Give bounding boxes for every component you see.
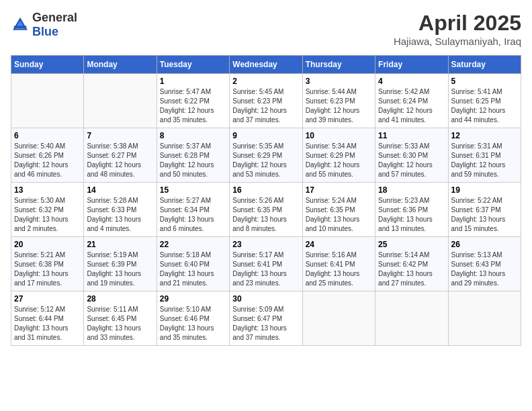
cell-date-number: 3 — [306, 77, 372, 86]
cell-info: Sunrise: 5:21 AMSunset: 6:38 PMDaylight:… — [14, 250, 81, 288]
calendar-cell: 13Sunrise: 5:30 AMSunset: 6:32 PMDayligh… — [11, 183, 84, 237]
cell-date-number: 1 — [160, 77, 226, 86]
weekday-header-wednesday: Wednesday — [230, 56, 302, 74]
calendar-cell — [302, 291, 375, 346]
calendar-week-row: 13Sunrise: 5:30 AMSunset: 6:32 PMDayligh… — [11, 183, 521, 237]
weekday-header-sunday: Sunday — [11, 56, 84, 74]
cell-info: Sunrise: 5:42 AMSunset: 6:24 PMDaylight:… — [378, 87, 445, 125]
cell-date-number: 7 — [87, 131, 153, 140]
calendar-cell: 4Sunrise: 5:42 AMSunset: 6:24 PMDaylight… — [375, 74, 448, 128]
cell-info: Sunrise: 5:22 AMSunset: 6:37 PMDaylight:… — [451, 196, 518, 234]
calendar-week-row: 6Sunrise: 5:40 AMSunset: 6:26 PMDaylight… — [11, 128, 521, 183]
calendar-cell: 8Sunrise: 5:37 AMSunset: 6:28 PMDaylight… — [157, 128, 229, 183]
calendar-cell: 9Sunrise: 5:35 AMSunset: 6:29 PMDaylight… — [230, 128, 302, 183]
calendar-cell: 23Sunrise: 5:17 AMSunset: 6:41 PMDayligh… — [230, 237, 302, 291]
weekday-header-monday: Monday — [84, 56, 157, 74]
calendar-cell — [375, 291, 448, 346]
calendar-cell: 6Sunrise: 5:40 AMSunset: 6:26 PMDaylight… — [11, 128, 84, 183]
cell-info: Sunrise: 5:26 AMSunset: 6:35 PMDaylight:… — [232, 196, 299, 234]
cell-date-number: 30 — [232, 294, 299, 304]
weekday-header-friday: Friday — [375, 56, 448, 74]
calendar-cell: 29Sunrise: 5:10 AMSunset: 6:46 PMDayligh… — [157, 291, 229, 346]
calendar-cell: 14Sunrise: 5:28 AMSunset: 6:33 PMDayligh… — [84, 183, 157, 237]
cell-date-number: 10 — [306, 131, 372, 140]
calendar-cell: 5Sunrise: 5:41 AMSunset: 6:25 PMDaylight… — [448, 74, 521, 128]
calendar-cell — [11, 74, 84, 128]
calendar-cell: 28Sunrise: 5:11 AMSunset: 6:45 PMDayligh… — [84, 291, 157, 346]
cell-info: Sunrise: 5:18 AMSunset: 6:40 PMDaylight:… — [160, 250, 226, 288]
cell-info: Sunrise: 5:19 AMSunset: 6:39 PMDaylight:… — [87, 250, 153, 288]
cell-date-number: 13 — [14, 185, 81, 195]
cell-info: Sunrise: 5:09 AMSunset: 6:47 PMDaylight:… — [232, 305, 299, 342]
cell-info: Sunrise: 5:17 AMSunset: 6:41 PMDaylight:… — [232, 250, 299, 288]
cell-date-number: 6 — [14, 131, 81, 140]
logo-blue: Blue — [32, 25, 58, 38]
month-title: April 2025 — [394, 11, 521, 36]
cell-date-number: 9 — [232, 131, 299, 140]
cell-info: Sunrise: 5:40 AMSunset: 6:26 PMDaylight:… — [14, 142, 81, 179]
calendar-week-row: 1Sunrise: 5:47 AMSunset: 6:22 PMDaylight… — [11, 74, 521, 128]
weekday-header-tuesday: Tuesday — [157, 56, 229, 74]
cell-date-number: 29 — [160, 294, 226, 304]
cell-info: Sunrise: 5:33 AMSunset: 6:30 PMDaylight:… — [378, 142, 445, 179]
cell-date-number: 28 — [87, 294, 153, 304]
cell-info: Sunrise: 5:30 AMSunset: 6:32 PMDaylight:… — [14, 196, 81, 234]
cell-info: Sunrise: 5:23 AMSunset: 6:36 PMDaylight:… — [378, 196, 445, 234]
calendar-cell: 22Sunrise: 5:18 AMSunset: 6:40 PMDayligh… — [157, 237, 229, 291]
calendar-cell — [448, 291, 521, 346]
page-header: General Blue April 2025 Hajiawa, Sulayma… — [11, 11, 521, 47]
logo-text: General Blue — [32, 11, 77, 39]
cell-info: Sunrise: 5:31 AMSunset: 6:31 PMDaylight:… — [451, 142, 518, 179]
calendar-cell: 1Sunrise: 5:47 AMSunset: 6:22 PMDaylight… — [157, 74, 229, 128]
cell-info: Sunrise: 5:38 AMSunset: 6:27 PMDaylight:… — [87, 142, 153, 179]
cell-date-number: 2 — [232, 77, 299, 86]
cell-date-number: 27 — [14, 294, 81, 304]
calendar-cell: 18Sunrise: 5:23 AMSunset: 6:36 PMDayligh… — [375, 183, 448, 237]
cell-info: Sunrise: 5:14 AMSunset: 6:42 PMDaylight:… — [378, 250, 445, 288]
cell-info: Sunrise: 5:34 AMSunset: 6:29 PMDaylight:… — [306, 142, 372, 179]
weekday-header-thursday: Thursday — [302, 56, 375, 74]
cell-info: Sunrise: 5:27 AMSunset: 6:34 PMDaylight:… — [160, 196, 226, 234]
calendar-cell: 3Sunrise: 5:44 AMSunset: 6:23 PMDaylight… — [302, 74, 375, 128]
calendar-cell: 12Sunrise: 5:31 AMSunset: 6:31 PMDayligh… — [448, 128, 521, 183]
calendar-cell: 15Sunrise: 5:27 AMSunset: 6:34 PMDayligh… — [157, 183, 229, 237]
cell-date-number: 12 — [451, 131, 518, 140]
cell-date-number: 15 — [160, 185, 226, 195]
calendar-cell: 11Sunrise: 5:33 AMSunset: 6:30 PMDayligh… — [375, 128, 448, 183]
cell-date-number: 22 — [160, 240, 226, 249]
cell-date-number: 24 — [306, 240, 372, 249]
logo: General Blue — [11, 11, 77, 39]
calendar-cell: 10Sunrise: 5:34 AMSunset: 6:29 PMDayligh… — [302, 128, 375, 183]
calendar-cell: 19Sunrise: 5:22 AMSunset: 6:37 PMDayligh… — [448, 183, 521, 237]
title-block: April 2025 Hajiawa, Sulaymaniyah, Iraq — [394, 11, 521, 47]
cell-info: Sunrise: 5:45 AMSunset: 6:23 PMDaylight:… — [232, 87, 299, 125]
cell-info: Sunrise: 5:37 AMSunset: 6:28 PMDaylight:… — [160, 142, 226, 179]
calendar-cell: 27Sunrise: 5:12 AMSunset: 6:44 PMDayligh… — [11, 291, 84, 346]
calendar-cell: 21Sunrise: 5:19 AMSunset: 6:39 PMDayligh… — [84, 237, 157, 291]
calendar-cell: 2Sunrise: 5:45 AMSunset: 6:23 PMDaylight… — [230, 74, 302, 128]
logo-icon — [11, 15, 30, 34]
cell-date-number: 17 — [306, 185, 372, 195]
calendar-cell: 16Sunrise: 5:26 AMSunset: 6:35 PMDayligh… — [230, 183, 302, 237]
cell-info: Sunrise: 5:44 AMSunset: 6:23 PMDaylight:… — [306, 87, 372, 125]
cell-date-number: 4 — [378, 77, 445, 86]
cell-info: Sunrise: 5:12 AMSunset: 6:44 PMDaylight:… — [14, 305, 81, 342]
calendar-cell: 20Sunrise: 5:21 AMSunset: 6:38 PMDayligh… — [11, 237, 84, 291]
cell-date-number: 16 — [232, 185, 299, 195]
calendar-table: SundayMondayTuesdayWednesdayThursdayFrid… — [11, 55, 521, 346]
cell-date-number: 25 — [378, 240, 445, 249]
calendar-cell: 30Sunrise: 5:09 AMSunset: 6:47 PMDayligh… — [230, 291, 302, 346]
svg-rect-2 — [14, 26, 27, 28]
calendar-cell — [84, 74, 157, 128]
cell-info: Sunrise: 5:24 AMSunset: 6:35 PMDaylight:… — [306, 196, 372, 234]
cell-info: Sunrise: 5:10 AMSunset: 6:46 PMDaylight:… — [160, 305, 226, 342]
cell-date-number: 21 — [87, 240, 153, 249]
calendar-cell: 17Sunrise: 5:24 AMSunset: 6:35 PMDayligh… — [302, 183, 375, 237]
cell-date-number: 19 — [451, 185, 518, 195]
calendar-cell: 24Sunrise: 5:16 AMSunset: 6:41 PMDayligh… — [302, 237, 375, 291]
cell-info: Sunrise: 5:47 AMSunset: 6:22 PMDaylight:… — [160, 87, 226, 125]
calendar-header-row: SundayMondayTuesdayWednesdayThursdayFrid… — [11, 56, 521, 74]
calendar-cell: 7Sunrise: 5:38 AMSunset: 6:27 PMDaylight… — [84, 128, 157, 183]
cell-info: Sunrise: 5:35 AMSunset: 6:29 PMDaylight:… — [232, 142, 299, 179]
cell-date-number: 14 — [87, 185, 153, 195]
